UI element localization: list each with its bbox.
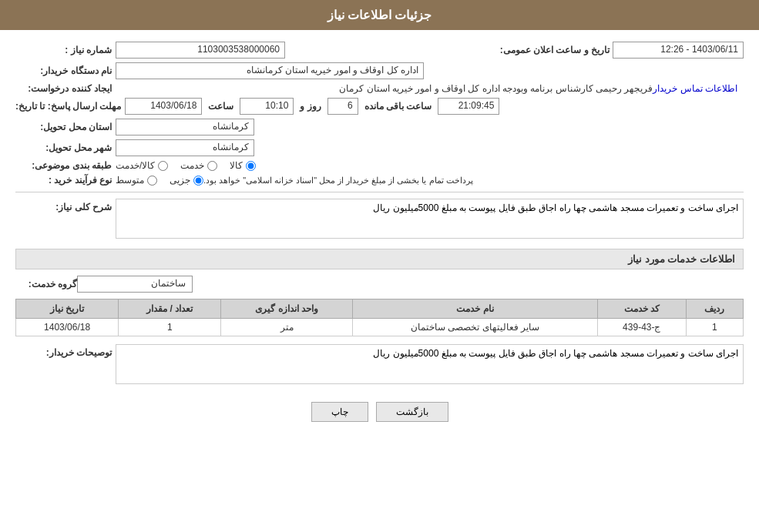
category-option-2-label: خدمت — [180, 160, 204, 171]
category-radio-3[interactable] — [158, 161, 168, 171]
row-group-service: گروه خدمت: ساختمان — [15, 276, 744, 293]
category-option-3-label: کالا/خدمت — [116, 160, 155, 171]
row-city: شهر محل تحویل: کرمانشاه — [15, 139, 744, 156]
category-radio-1[interactable] — [246, 161, 256, 171]
description-textarea[interactable] — [116, 199, 744, 239]
purchase-label: نوع فرآیند خرید : — [15, 175, 116, 186]
deadline-day-label: روز و — [300, 101, 321, 112]
row-number-date: شماره نیاز : 1103003538000060 تاریخ و سا… — [15, 42, 744, 59]
category-radio-group: کالا/خدمت خدمت کالا — [116, 160, 256, 171]
category-option-1[interactable]: کالا — [230, 160, 256, 171]
purchase-note: پرداخت تمام یا بخشی از مبلغ خریدار از مح… — [203, 176, 473, 186]
page-wrapper: جزئیات اطلاعات نیاز شماره نیاز : 1103003… — [0, 0, 759, 532]
row-deadline: مهلت ارسال پاسخ: تا تاریخ: 1403/06/18 سا… — [15, 98, 744, 115]
number-value: 1103003538000060 — [116, 42, 285, 59]
cell-unit: متر — [221, 319, 353, 336]
back-button[interactable]: بازگشت — [376, 402, 448, 422]
services-table-header-row: ردیف کد خدمت نام خدمت واحد اندازه گیری ت… — [16, 299, 744, 319]
row-purchase: نوع فرآیند خرید : متوسط جزیی پرداخت تمام… — [15, 175, 744, 186]
cell-qty: 1 — [119, 319, 221, 336]
row-creator: ایجاد کننده درخواست: فریجهر رحیمی کارشنا… — [15, 83, 744, 94]
page-title: جزئیات اطلاعات نیاز — [327, 8, 432, 22]
description-container — [116, 199, 744, 241]
th-code: کد خدمت — [597, 299, 686, 319]
category-option-1-label: کالا — [230, 160, 243, 171]
divider-1 — [15, 192, 744, 192]
category-label: طبقه بندی موضوعی: — [15, 160, 116, 171]
page-header: جزئیات اطلاعات نیاز — [0, 0, 759, 30]
category-radio-2[interactable] — [207, 161, 217, 171]
row-category: طبقه بندی موضوعی: کالا/خدمت خدمت کالا — [15, 160, 744, 171]
deadline-days: 6 — [327, 98, 358, 115]
deadline-remain-label: ساعت باقی مانده — [364, 101, 432, 112]
services-table-body: 1 ج-43-439 سایر فعالیتهای تخصصی ساختمان … — [16, 319, 744, 336]
deadline-label: مهلت ارسال پاسخ: تا تاریخ: — [15, 101, 125, 112]
th-date: تاریخ نیاز — [16, 299, 119, 319]
purchase-option-2[interactable]: متوسط — [116, 175, 157, 186]
number-label: شماره نیاز : — [15, 45, 116, 55]
print-button[interactable]: چاپ — [311, 402, 368, 422]
date-value: 1403/06/11 - 12:26 — [613, 42, 744, 59]
table-row: 1 ج-43-439 سایر فعالیتهای تخصصی ساختمان … — [16, 319, 744, 336]
city-label: شهر محل تحویل: — [15, 142, 116, 153]
deadline-remain: 21:09:45 — [438, 98, 499, 115]
org-value: اداره کل اوقاف و امور خیریه استان کرمانش… — [116, 62, 424, 79]
th-qty: تعداد / مقدار — [119, 299, 221, 319]
cell-row: 1 — [686, 319, 743, 336]
purchase-radio-2[interactable] — [147, 176, 157, 186]
purchase-option-2-label: متوسط — [116, 175, 144, 186]
group-service-label: گروه خدمت: — [15, 279, 77, 289]
th-name: نام خدمت — [352, 299, 597, 319]
services-section-title: اطلاعات خدمات مورد نیاز — [15, 249, 744, 269]
th-unit: واحد اندازه گیری — [221, 299, 353, 319]
deadline-time-label: ساعت — [208, 101, 233, 112]
row-buyer-notes: توصیحات خریدار: — [15, 344, 744, 386]
cell-name: سایر فعالیتهای تخصصی ساختمان — [352, 319, 597, 336]
buyer-notes-container — [116, 344, 744, 386]
purchase-radio-1[interactable] — [193, 176, 203, 186]
province-value: کرمانشاه — [116, 119, 254, 136]
province-label: استان محل تحویل: — [15, 122, 116, 132]
creator-value: فریجهر رحیمی کارشناس برنامه وبودجه اداره… — [116, 83, 653, 94]
row-org: نام دستگاه خریدار: اداره کل اوقاف و امور… — [15, 62, 744, 79]
row-province: استان محل تحویل: کرمانشاه — [15, 119, 744, 136]
city-value: کرمانشاه — [116, 139, 254, 156]
org-label: نام دستگاه خریدار: — [15, 65, 116, 76]
purchase-option-1-label: جزیی — [170, 175, 190, 186]
page-content: شماره نیاز : 1103003538000060 تاریخ و سا… — [0, 42, 759, 437]
category-option-2[interactable]: خدمت — [180, 160, 217, 171]
purchase-radio-group: متوسط جزیی — [116, 175, 203, 186]
creator-label: ایجاد کننده درخواست: — [15, 83, 116, 94]
cell-date: 1403/06/18 — [16, 319, 119, 336]
creator-link[interactable]: اطلاعات تماس خریدار — [653, 83, 737, 94]
buyer-notes-label: توصیحات خریدار: — [15, 344, 116, 358]
th-row: ردیف — [686, 299, 743, 319]
deadline-time: 10:10 — [240, 98, 294, 115]
buyer-notes-textarea[interactable] — [116, 344, 744, 384]
purchase-option-1[interactable]: جزیی — [170, 175, 203, 186]
group-service-value: ساختمان — [77, 276, 193, 293]
button-row: چاپ بازگشت — [15, 402, 744, 422]
services-table: ردیف کد خدمت نام خدمت واحد اندازه گیری ت… — [15, 299, 744, 336]
row-description: شرح کلی نیاز: — [15, 199, 744, 241]
description-label: شرح کلی نیاز: — [15, 199, 116, 212]
category-option-3[interactable]: کالا/خدمت — [116, 160, 168, 171]
services-table-head: ردیف کد خدمت نام خدمت واحد اندازه گیری ت… — [16, 299, 744, 319]
deadline-date: 1403/06/18 — [125, 98, 202, 115]
cell-code: ج-43-439 — [597, 319, 686, 336]
date-label: تاریخ و ساعت اعلان عمومی: — [500, 45, 610, 55]
